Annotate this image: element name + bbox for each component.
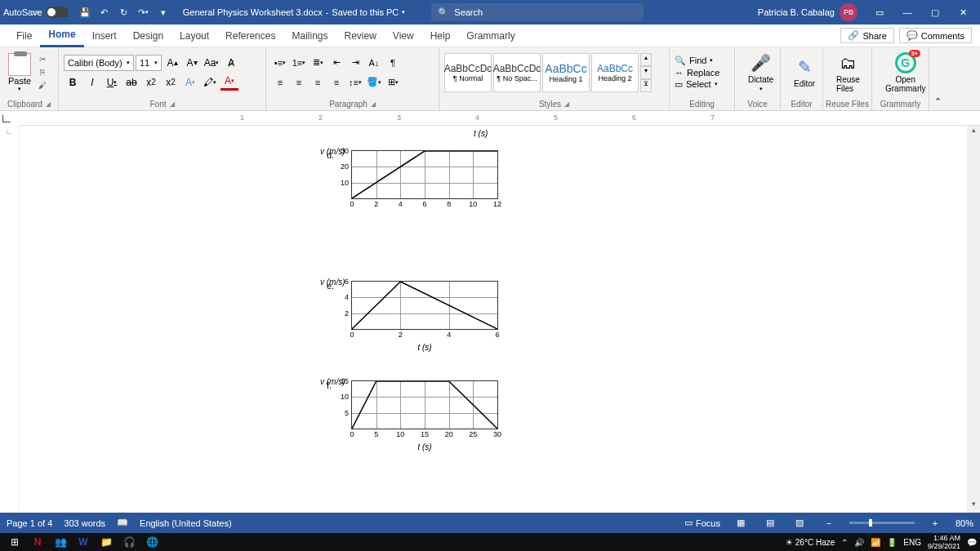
font-size-combo[interactable]: 11▾ [136,55,162,71]
undo-icon[interactable]: ↶ [95,2,114,22]
paste-button[interactable]: Paste ▾ [5,51,34,94]
underline-button[interactable]: U▾ [103,74,121,91]
toggle-switch[interactable]: Off [46,7,69,18]
explorer-icon[interactable]: 📁 [95,533,118,551]
tray-chevron-icon[interactable]: ⌃ [841,538,848,547]
tab-mailings[interactable]: Mailings [283,24,336,47]
highlight-icon[interactable]: 🖍▾ [201,74,219,91]
edge-icon[interactable]: 🌐 [140,533,163,551]
borders-icon[interactable]: ⊞▾ [384,74,402,91]
shrink-font-icon[interactable]: A▾ [183,55,201,71]
change-case-icon[interactable]: Aa▾ [203,55,220,71]
vertical-scrollbar[interactable]: ▴ ▾ [967,126,980,513]
find-button[interactable]: 🔍Find▾ [675,56,719,66]
italic-button[interactable]: I [83,74,101,91]
minimize-icon[interactable]: — [893,0,921,24]
sort-icon[interactable]: A↓ [365,55,383,71]
clipboard-launcher-icon[interactable]: ◢ [46,100,51,108]
start-icon[interactable]: ⊞ [3,533,26,551]
ribbon-display-icon[interactable]: ▭ [866,0,893,24]
battery-icon[interactable]: 🔋 [887,538,897,547]
zoom-level[interactable]: 80% [956,518,973,528]
replace-button[interactable]: ↔Replace [675,68,719,78]
teams-icon[interactable]: 👥 [49,533,72,551]
shading-icon[interactable]: 🪣▾ [365,74,383,91]
autosave-toggle[interactable]: AutoSave Off [3,7,69,18]
netflix-icon[interactable]: N [26,533,49,551]
web-layout-icon[interactable]: ▨ [791,516,808,531]
multilevel-icon[interactable]: ≣▾ [309,55,327,71]
tab-home[interactable]: Home [40,24,83,47]
vertical-ruler[interactable]: ∟ [0,126,20,513]
redo-icon[interactable]: ↷▾ [134,2,154,22]
reuse-files-button[interactable]: 🗂Reuse Files [828,49,868,96]
tab-grammarly[interactable]: Grammarly [458,24,523,47]
styles-up-icon[interactable]: ▴ [640,53,652,66]
style-heading2[interactable]: AaBbCcHeading 2 [591,53,639,92]
style-normal[interactable]: AaBbCcDc¶ Normal [444,53,492,92]
font-name-combo[interactable]: Calibri (Body)▾ [64,55,134,71]
tab-review[interactable]: Review [336,24,384,47]
style-heading1[interactable]: AaBbCcHeading 1 [542,53,590,92]
superscript-button[interactable]: x2 [162,74,180,91]
zoom-in-icon[interactable]: + [926,516,944,531]
paragraph-launcher-icon[interactable]: ◢ [371,100,376,108]
grow-font-icon[interactable]: A▴ [163,55,181,71]
styles-launcher-icon[interactable]: ◢ [564,100,569,108]
focus-mode-button[interactable]: ▭ Focus [684,518,720,528]
zoom-slider[interactable] [849,522,915,524]
bold-button[interactable]: B [64,74,82,91]
tab-references[interactable]: References [217,24,283,47]
tab-insert[interactable]: Insert [84,24,125,47]
language-status[interactable]: English (United States) [140,518,232,528]
page-number[interactable]: Page 1 of 4 [7,518,52,528]
word-count[interactable]: 303 words [64,518,105,528]
font-color-icon[interactable]: A▾ [220,74,238,91]
styles-more-icon[interactable]: ⊻ [640,79,652,92]
search-box[interactable]: 🔍 Search [431,3,644,21]
tab-file[interactable]: File [8,24,40,47]
tab-help[interactable]: Help [422,24,459,47]
collapse-ribbon-icon[interactable]: ⌃ [929,47,946,110]
show-marks-icon[interactable]: ¶ [384,55,402,71]
clear-formatting-icon[interactable]: A̷ [222,55,240,71]
format-painter-icon[interactable]: 🖌 [36,80,49,91]
increase-indent-icon[interactable]: ⇥ [346,55,364,71]
copy-icon[interactable]: ⎘ [36,67,49,78]
cut-icon[interactable]: ✂ [36,54,49,65]
subscript-button[interactable]: x2 [142,74,160,91]
zoom-out-icon[interactable]: − [820,516,838,531]
share-button[interactable]: 🔗 Share [840,28,893,43]
font-launcher-icon[interactable]: ◢ [170,100,175,108]
print-layout-icon[interactable]: ▤ [761,516,779,531]
justify-icon[interactable]: ≡ [327,74,345,91]
comments-button[interactable]: 💬 Comments [899,28,972,43]
dictate-button[interactable]: 🎤Dictate▾ [740,49,782,96]
line-spacing-icon[interactable]: ↕≡▾ [346,74,364,91]
scroll-up-icon[interactable]: ▴ [967,126,980,139]
read-mode-icon[interactable]: ▦ [732,516,750,531]
word-icon[interactable]: W [72,533,95,551]
weather-widget[interactable]: ☀ 26°C Haze [786,538,835,547]
open-grammarly-button[interactable]: GOpen Grammarly [877,49,933,96]
tab-view[interactable]: View [385,24,422,47]
tab-design[interactable]: Design [125,24,172,47]
user-avatar[interactable]: PB [840,3,858,21]
tab-selector-icon[interactable]: ∟ [0,111,13,125]
close-icon[interactable]: ✕ [949,0,977,24]
styles-down-icon[interactable]: ▾ [640,66,652,79]
wifi-icon[interactable]: 📶 [871,538,880,547]
language-indicator[interactable]: ENG [903,538,921,547]
align-left-icon[interactable]: ≡ [271,74,289,91]
notifications-icon[interactable]: 💬 [967,538,977,547]
editor-button[interactable]: ✎Editor [786,53,823,91]
scroll-down-icon[interactable]: ▾ [967,500,980,513]
tab-layout[interactable]: Layout [172,24,217,47]
app-icon[interactable]: 🎧 [118,533,140,551]
text-effects-icon[interactable]: A▾ [181,74,199,91]
maximize-icon[interactable]: ▢ [921,0,949,24]
select-button[interactable]: ▭Select▾ [675,79,719,90]
styles-gallery[interactable]: AaBbCcDc¶ Normal AaBbCcDc¶ No Spac... Aa… [444,53,652,92]
horizontal-ruler[interactable]: ∟ 1234567 [0,111,980,126]
style-no-spacing[interactable]: AaBbCcDc¶ No Spac... [493,53,541,92]
